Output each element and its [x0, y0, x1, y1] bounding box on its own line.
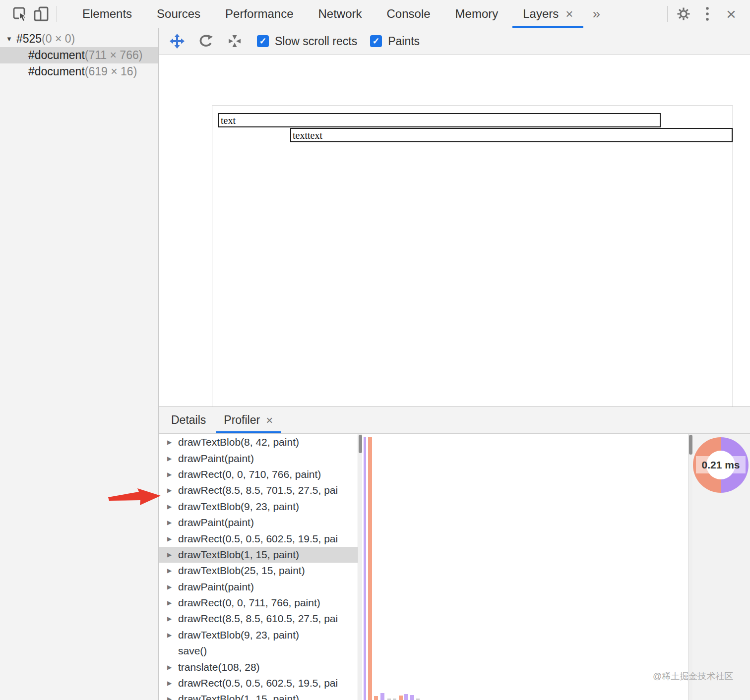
kebab-menu-icon[interactable] [695, 4, 719, 24]
expand-triangle-icon[interactable]: ▶ [167, 567, 178, 574]
profiler-command-row[interactable]: ▶drawTextBlob(9, 23, paint) [159, 627, 362, 643]
expand-triangle-icon[interactable]: ▶ [167, 535, 178, 542]
layer-box-texttext[interactable]: texttext [290, 128, 733, 142]
timeline-small-bar[interactable] [404, 694, 408, 700]
expand-triangle-icon[interactable]: ▶ [167, 439, 178, 446]
duration-donut-chart: 0.21 ms [693, 437, 749, 493]
tab-label: Memory [455, 7, 499, 21]
expand-triangle-icon[interactable]: ▶ [167, 519, 178, 526]
expand-triangle-icon[interactable]: ▶ [167, 599, 178, 606]
profiler-command-row[interactable]: ▶drawRect(0, 0, 711, 766, paint) [159, 595, 362, 611]
profiler-command-row[interactable]: ▶drawTextBlob(25, 15, paint) [159, 563, 362, 579]
expand-triangle-icon[interactable]: ▶ [167, 615, 178, 622]
expand-triangle-icon[interactable]: ▶ [167, 455, 178, 462]
annotation-arrow-icon [107, 487, 163, 507]
tree-node-dims: (0 × 0) [42, 32, 75, 46]
duration-label: 0.21 ms [696, 456, 746, 473]
settings-gear-icon[interactable] [672, 4, 695, 24]
layer-outline[interactable] [212, 106, 733, 407]
profiler-command-row[interactable]: ▶drawRect(0, 0, 710, 766, paint) [159, 467, 362, 482]
profiler-command-row[interactable]: ▶drawPaint(paint) [159, 579, 362, 595]
profiler-timeline[interactable] [362, 434, 692, 700]
rotate-mode-icon[interactable] [197, 33, 214, 50]
tree-row-document-2[interactable]: #document (619 × 16) [0, 63, 158, 80]
pan-mode-icon[interactable] [169, 33, 186, 50]
profiler-duration-pane: 0.21 ms [692, 434, 750, 700]
tree-node-dims: (619 × 16) [85, 65, 137, 78]
close-tab-icon[interactable]: × [266, 414, 273, 426]
tab-console[interactable]: Console [375, 0, 443, 28]
topbar-right-icons: × [663, 0, 750, 28]
tree-row-document-1[interactable]: #document (711 × 766) [0, 47, 158, 63]
layers-toolbar: Slow scroll rects Paints [159, 28, 750, 55]
close-devtools-icon[interactable]: × [719, 4, 743, 24]
profiler-body: ▶drawTextBlob(8, 42, paint)▶drawPaint(pa… [159, 434, 750, 700]
timeline-tall-bar[interactable] [368, 437, 372, 700]
timeline-small-bar[interactable] [399, 696, 403, 700]
tree-node-dims: (711 × 766) [85, 49, 143, 62]
expand-triangle-icon[interactable]: ▶ [167, 551, 178, 558]
devtools-topbar: ElementsSourcesPerformanceNetworkConsole… [0, 0, 750, 28]
close-tab-icon[interactable]: × [565, 7, 573, 20]
command-text: drawRect(8.5, 8.5, 701.5, 27.5, pai [178, 484, 338, 496]
tab-memory[interactable]: Memory [443, 0, 511, 28]
expand-triangle-icon[interactable]: ▶ [167, 664, 178, 671]
paints-checkbox[interactable] [370, 35, 382, 47]
inspect-element-icon[interactable] [9, 4, 31, 24]
timeline-scrollbar[interactable] [688, 434, 692, 700]
command-text: drawRect(0.5, 0.5, 602.5, 19.5, pai [178, 677, 338, 689]
profiler-command-row[interactable]: ▶drawTextBlob(1, 15, paint) [159, 547, 362, 563]
tab-layers[interactable]: Layers× [510, 0, 585, 28]
tab-details[interactable]: Details [162, 407, 215, 433]
timeline-tall-bar[interactable] [364, 437, 366, 700]
paints-label: Paints [388, 35, 420, 48]
expand-triangle-icon[interactable]: ▶ [167, 696, 178, 700]
profiler-command-row[interactable]: ▶drawRect(8.5, 8.5, 701.5, 27.5, pai [159, 482, 362, 498]
tab-label: Performance [225, 7, 293, 21]
tab-performance[interactable]: Performance [213, 0, 306, 28]
topbar-left-icons [0, 0, 61, 28]
tab-profiler[interactable]: Profiler × [215, 407, 282, 433]
tab-network[interactable]: Network [306, 0, 374, 28]
profiler-command-row[interactable]: ▶save() [159, 643, 362, 659]
tree-node-label: #525 [16, 32, 42, 46]
profiler-command-row[interactable]: ▶drawPaint(paint) [159, 450, 362, 466]
command-text: drawTextBlob(9, 23, paint) [178, 501, 299, 513]
close-devtools-glyph: × [726, 5, 736, 22]
profiler-command-row[interactable]: ▶drawTextBlob(1, 15, paint) [159, 691, 362, 700]
expand-triangle-icon[interactable]: ▶ [167, 471, 178, 478]
profiler-command-row[interactable]: ▶drawTextBlob(9, 23, paint) [159, 499, 362, 515]
expand-triangle-icon[interactable]: ▶ [167, 487, 178, 494]
timeline-small-bar[interactable] [380, 693, 384, 700]
expand-triangle-icon[interactable]: ▶ [167, 503, 178, 510]
tree-row-root[interactable]: ▼ #525 (0 × 0) [0, 31, 158, 47]
tab-label: Details [171, 413, 206, 427]
tab-sources[interactable]: Sources [144, 0, 213, 28]
caret-down-icon[interactable]: ▼ [6, 35, 12, 43]
profiler-command-row[interactable]: ▶translate(108, 28) [159, 659, 362, 675]
profiler-command-row[interactable]: ▶drawTextBlob(8, 42, paint) [159, 434, 362, 450]
command-text: drawPaint(paint) [178, 517, 254, 528]
reset-view-icon[interactable] [226, 33, 243, 50]
command-text: save() [178, 645, 207, 657]
layers-canvas[interactable]: text texttext [159, 55, 750, 407]
profiler-command-list: ▶drawTextBlob(8, 42, paint)▶drawPaint(pa… [159, 434, 362, 700]
topbar-right-divider [667, 6, 668, 22]
slow-scroll-rects-checkbox[interactable] [257, 35, 269, 47]
timeline-small-bar[interactable] [374, 696, 378, 700]
command-text: drawTextBlob(8, 42, paint) [178, 436, 299, 448]
expand-triangle-icon[interactable]: ▶ [167, 583, 178, 590]
expand-triangle-icon[interactable]: ▶ [167, 680, 178, 687]
profiler-command-row[interactable]: ▶drawPaint(paint) [159, 515, 362, 530]
device-toolbar-icon[interactable] [31, 4, 53, 24]
layer-box-text[interactable]: text [218, 113, 661, 127]
timeline-small-bar[interactable] [410, 695, 414, 700]
more-tabs-chevron-icon[interactable]: » [585, 0, 607, 28]
expand-triangle-icon[interactable]: ▶ [167, 632, 178, 639]
profiler-command-row[interactable]: ▶drawRect(0.5, 0.5, 602.5, 19.5, pai [159, 675, 362, 691]
profiler-command-row[interactable]: ▶drawRect(8.5, 8.5, 610.5, 27.5, pai [159, 611, 362, 627]
profiler-command-row[interactable]: ▶drawRect(0.5, 0.5, 602.5, 19.5, pai [159, 530, 362, 546]
tab-elements[interactable]: Elements [70, 0, 144, 28]
details-panel: Details Profiler × ▶drawTextBlob(8, 42, … [159, 407, 750, 700]
command-list-scrollbar[interactable] [358, 434, 362, 700]
